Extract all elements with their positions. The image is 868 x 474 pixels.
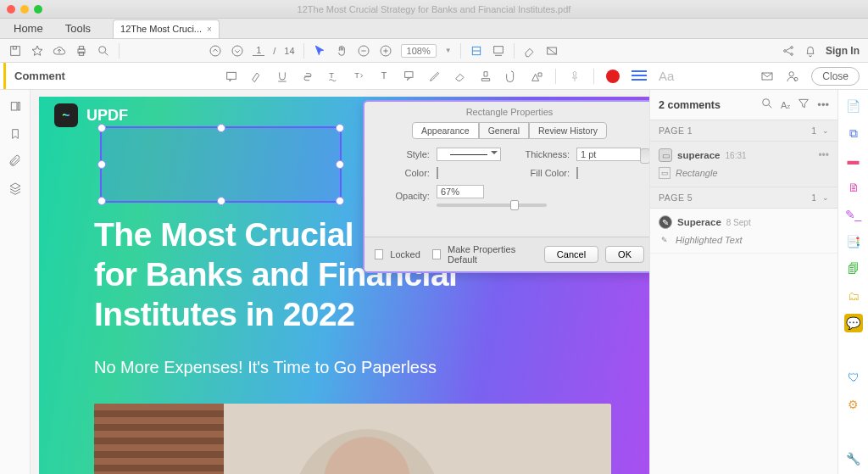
- comment-more-icon[interactable]: •••: [818, 149, 829, 161]
- highlight-icon[interactable]: [250, 70, 264, 83]
- resize-handle[interactable]: [97, 124, 106, 132]
- mail-icon[interactable]: [760, 70, 774, 83]
- label-fillcolor: Fill Color:: [508, 168, 570, 178]
- comment-item[interactable]: ▭ superace 16:31 ••• ▭ Rectangle: [650, 142, 837, 187]
- pencil-icon[interactable]: [428, 70, 442, 83]
- share-icon[interactable]: [782, 44, 795, 58]
- locked-checkbox[interactable]: [375, 249, 383, 259]
- fill-icon[interactable]: 📑: [844, 232, 863, 251]
- thumbnails-icon[interactable]: [8, 100, 22, 114]
- eraser-icon[interactable]: [453, 70, 467, 83]
- color-red-icon[interactable]: [606, 70, 620, 83]
- rectangle-annotation[interactable]: [100, 126, 342, 203]
- tab-document[interactable]: 12The Most Cruci... ×: [113, 20, 220, 38]
- note-icon[interactable]: [225, 70, 238, 83]
- star-icon[interactable]: [31, 44, 44, 58]
- opacity-slider[interactable]: [437, 204, 547, 207]
- stamp-icon[interactable]: [479, 70, 492, 83]
- text-squiggly-icon[interactable]: T: [326, 70, 340, 83]
- zoom-level[interactable]: 108%: [401, 44, 437, 58]
- add-file-icon[interactable]: 📄: [844, 97, 863, 115]
- tab-close-icon[interactable]: ×: [207, 25, 212, 34]
- tools-icon[interactable]: 🔧: [844, 449, 863, 468]
- comments-page1-header[interactable]: PAGE 1 1 ⌄: [650, 120, 837, 142]
- resize-handle[interactable]: [217, 197, 225, 205]
- export-icon[interactable]: 🗎: [844, 178, 863, 197]
- hand-icon[interactable]: [335, 44, 348, 58]
- text-underline-icon[interactable]: [275, 70, 289, 83]
- zoom-dropdown-icon[interactable]: ▼: [445, 47, 452, 54]
- callout-icon[interactable]: [403, 70, 416, 83]
- bookmark-icon[interactable]: [8, 127, 22, 141]
- slider-thumb[interactable]: [510, 200, 519, 210]
- zoom-out-icon[interactable]: [357, 44, 370, 58]
- select-arrow-icon[interactable]: [313, 44, 326, 58]
- sign-in-button[interactable]: Sign In: [826, 45, 860, 57]
- comments-sort-icon[interactable]: Az: [781, 100, 790, 110]
- comments-more-icon[interactable]: •••: [817, 98, 829, 111]
- separator: [514, 43, 515, 59]
- zoom-in-icon[interactable]: [379, 44, 392, 58]
- search-icon[interactable]: [97, 44, 110, 58]
- tab-home[interactable]: Home: [7, 20, 50, 36]
- tab-document-label: 12The Most Cruci...: [120, 24, 202, 34]
- opacity-field[interactable]: 67%: [437, 185, 484, 198]
- print-icon[interactable]: [75, 44, 88, 58]
- attachment-icon[interactable]: [8, 154, 22, 168]
- text-strikethrough-icon[interactable]: [301, 70, 314, 83]
- make-default-checkbox[interactable]: [432, 249, 441, 259]
- pin-icon[interactable]: [568, 70, 581, 83]
- settings-gear-icon[interactable]: ⚙: [844, 395, 863, 414]
- user-settings-icon[interactable]: [786, 70, 799, 83]
- sign-icon[interactable]: ✎_: [844, 205, 863, 224]
- tab-review-history[interactable]: Review History: [529, 122, 607, 139]
- page-down-icon[interactable]: [231, 44, 244, 58]
- comments-search-icon[interactable]: [760, 97, 774, 113]
- resize-handle[interactable]: [336, 124, 344, 132]
- resize-handle[interactable]: [336, 160, 344, 169]
- document-canvas[interactable]: UPDF The Most Crucial for Banks and Fina…: [31, 90, 649, 474]
- comment-item[interactable]: ✎ Superace 8 Sept ✎ Highlighted Text: [650, 209, 837, 254]
- page-up-icon[interactable]: [209, 44, 222, 58]
- tab-appearance[interactable]: Appearance: [412, 122, 479, 139]
- resize-handle[interactable]: [97, 197, 106, 205]
- cloud-upload-icon[interactable]: [53, 44, 66, 58]
- font-placeholder[interactable]: Aa: [659, 69, 674, 83]
- line-style-icon[interactable]: [632, 70, 647, 82]
- style-dropdown[interactable]: [437, 148, 501, 161]
- right-toolbar: 📄 ⧉ ▬ 🗎 ✎_ 📑 🗐 🗂 💬 🛡 ⚙ 🔧: [837, 90, 868, 474]
- resize-handle[interactable]: [217, 124, 225, 132]
- comment-active-icon[interactable]: 💬: [844, 314, 863, 332]
- color-swatch[interactable]: [437, 167, 438, 179]
- bell-icon[interactable]: [804, 44, 817, 58]
- text-caret-icon[interactable]: T: [352, 70, 365, 83]
- rectangle-properties-dialog[interactable]: Rectangle Properties Appearance General …: [363, 100, 649, 273]
- tab-general[interactable]: General: [479, 122, 529, 139]
- page-layout-icon[interactable]: [492, 44, 505, 58]
- erase-icon[interactable]: [523, 44, 537, 58]
- protect-icon[interactable]: 🛡: [844, 368, 863, 387]
- page-current[interactable]: 1: [253, 45, 264, 56]
- close-button[interactable]: Close: [811, 67, 860, 86]
- resize-handle[interactable]: [336, 197, 344, 205]
- compress-icon[interactable]: ▬: [844, 151, 863, 170]
- text-box-icon[interactable]: T: [377, 70, 391, 83]
- comments-filter-icon[interactable]: [797, 97, 810, 113]
- fit-width-icon[interactable]: [470, 44, 483, 58]
- batch-icon[interactable]: 🗂: [844, 287, 863, 305]
- save-icon[interactable]: [8, 44, 22, 58]
- tab-tools[interactable]: Tools: [58, 20, 97, 36]
- thickness-stepper[interactable]: 1 pt: [576, 148, 641, 161]
- organize-icon[interactable]: ⧉: [844, 124, 863, 142]
- annotation-type-icon: ✎: [659, 215, 672, 229]
- cancel-button[interactable]: Cancel: [544, 246, 598, 263]
- redact-icon[interactable]: [545, 44, 559, 58]
- shapes-icon[interactable]: [530, 70, 543, 83]
- fillcolor-swatch[interactable]: [576, 167, 578, 179]
- resize-handle[interactable]: [97, 160, 106, 169]
- layers-icon[interactable]: [8, 181, 22, 195]
- convert-icon[interactable]: 🗐: [844, 259, 863, 278]
- comments-page5-header[interactable]: PAGE 5 1 ⌄: [650, 187, 837, 209]
- ok-button[interactable]: OK: [605, 246, 644, 263]
- attach-icon[interactable]: [504, 70, 518, 83]
